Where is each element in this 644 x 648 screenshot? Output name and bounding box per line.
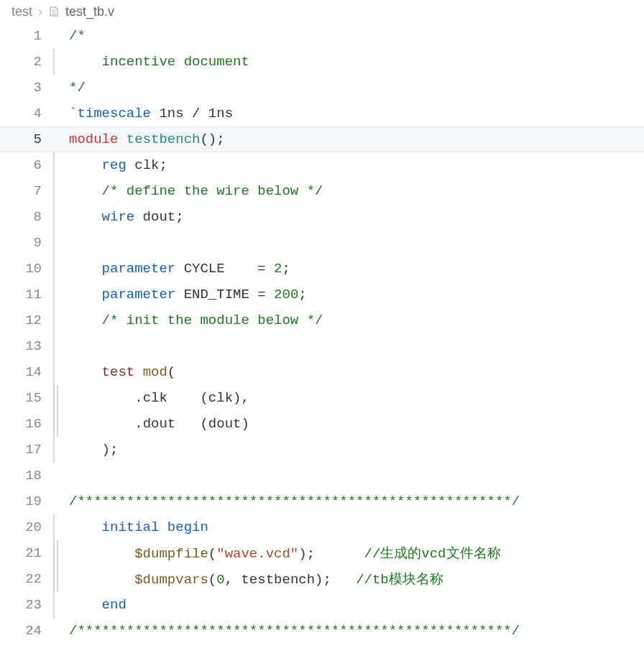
code-line[interactable]: 17 ); xyxy=(0,437,644,463)
line-number: 13 xyxy=(0,338,53,354)
line-number: 15 xyxy=(0,390,53,406)
indent-guide xyxy=(53,359,69,385)
code-content[interactable]: end xyxy=(69,597,644,613)
file-icon xyxy=(48,6,60,17)
code-content[interactable]: reg clk; xyxy=(69,157,644,173)
code-line[interactable]: 4`timescale 1ns / 1ns xyxy=(0,101,644,126)
code-line[interactable]: 16 .dout (dout) xyxy=(0,411,644,437)
code-content[interactable]: `timescale 1ns / 1ns xyxy=(69,106,644,121)
line-number: 3 xyxy=(0,80,53,96)
code-line[interactable]: 24/*************************************… xyxy=(0,618,644,644)
line-number: 14 xyxy=(0,364,53,380)
line-number: 2 xyxy=(0,54,53,70)
indent-guide xyxy=(53,333,69,359)
code-line[interactable]: 20 initial begin xyxy=(0,514,644,540)
code-content[interactable]: .dout (dout) xyxy=(69,416,644,432)
indent-guide xyxy=(53,307,69,333)
code-content[interactable]: incentive document xyxy=(69,54,644,70)
indent-guide xyxy=(53,230,69,256)
line-number: 17 xyxy=(0,442,53,458)
code-line[interactable]: 2 incentive document xyxy=(0,49,644,75)
code-content[interactable]: parameter END_TIME = 200; xyxy=(69,287,644,302)
code-content[interactable]: .clk (clk), xyxy=(69,390,644,406)
line-number: 5 xyxy=(0,131,53,147)
breadcrumb-folder[interactable]: test xyxy=(12,4,32,19)
code-content[interactable]: /* define the wire below */ xyxy=(69,183,644,199)
line-number: 19 xyxy=(0,494,53,509)
code-line[interactable]: 18 xyxy=(0,463,644,489)
line-number: 4 xyxy=(0,106,53,121)
breadcrumb-separator-icon: › xyxy=(38,4,42,19)
code-line[interactable]: 6 reg clk; xyxy=(0,152,644,178)
line-number: 6 xyxy=(0,157,53,173)
code-content[interactable]: wire dout; xyxy=(69,209,644,225)
code-line[interactable]: 13 xyxy=(0,333,644,359)
indent-guide xyxy=(53,178,69,204)
code-line[interactable]: 14 test mod( xyxy=(0,359,644,385)
line-number: 9 xyxy=(0,235,53,251)
code-content[interactable]: */ xyxy=(69,80,644,96)
code-content[interactable]: $dumpfile("wave.vcd"); //生成的vcd文件名称 xyxy=(69,544,644,563)
code-line[interactable]: 12 /* init the module below */ xyxy=(0,307,644,333)
indent-guide xyxy=(53,514,69,540)
code-line[interactable]: 11 parameter END_TIME = 200; xyxy=(0,282,644,307)
indent-guide xyxy=(53,256,69,282)
code-content[interactable]: parameter CYCLE = 2; xyxy=(69,261,644,277)
line-number: 7 xyxy=(0,183,53,199)
breadcrumb[interactable]: test › test_tb.v xyxy=(0,0,644,23)
line-number: 23 xyxy=(0,597,53,613)
code-content[interactable]: test mod( xyxy=(69,364,644,380)
code-line[interactable]: 7 /* define the wire below */ xyxy=(0,178,644,204)
code-content[interactable]: /* init the module below */ xyxy=(69,313,644,328)
indent-guide xyxy=(53,204,69,230)
line-number: 22 xyxy=(0,571,53,587)
code-line[interactable]: 1/* xyxy=(0,23,644,49)
code-content[interactable]: $dumpvars(0, testbench); //tb模块名称 xyxy=(69,570,644,588)
line-number: 21 xyxy=(0,545,53,561)
line-number: 16 xyxy=(0,416,53,432)
indent-guide xyxy=(53,282,69,307)
code-content[interactable]: /* xyxy=(69,28,644,44)
line-number: 12 xyxy=(0,313,53,328)
code-line[interactable]: 21 $dumpfile("wave.vcd"); //生成的vcd文件名称 xyxy=(0,540,644,566)
line-number: 18 xyxy=(0,468,53,483)
code-content[interactable]: /***************************************… xyxy=(69,623,644,639)
code-content[interactable]: module testbench(); xyxy=(69,131,644,147)
indent-guide xyxy=(53,566,69,592)
indent-guide xyxy=(53,411,69,437)
indent-guide xyxy=(53,152,69,178)
breadcrumb-file[interactable]: test_tb.v xyxy=(65,4,114,19)
line-number: 11 xyxy=(0,287,53,302)
code-line[interactable]: 23 end xyxy=(0,592,644,618)
code-line[interactable]: 9 xyxy=(0,230,644,256)
indent-guide xyxy=(53,385,69,411)
indent-guide xyxy=(53,592,69,618)
code-line[interactable]: 19/*************************************… xyxy=(0,489,644,514)
code-line[interactable]: 3*/ xyxy=(0,75,644,101)
indent-guide xyxy=(53,49,69,75)
indent-guide xyxy=(53,540,69,566)
code-line[interactable]: 5module testbench(); xyxy=(0,126,644,152)
code-line[interactable]: 10 parameter CYCLE = 2; xyxy=(0,256,644,282)
code-line[interactable]: 8 wire dout; xyxy=(0,204,644,230)
code-content[interactable]: initial begin xyxy=(69,519,644,535)
code-line[interactable]: 15 .clk (clk), xyxy=(0,385,644,411)
code-editor[interactable]: 1/*2 incentive document3*/4`timescale 1n… xyxy=(0,23,644,644)
line-number: 20 xyxy=(0,519,53,535)
line-number: 1 xyxy=(0,28,53,44)
code-line[interactable]: 22 $dumpvars(0, testbench); //tb模块名称 xyxy=(0,566,644,592)
code-content[interactable]: /***************************************… xyxy=(69,494,644,509)
line-number: 10 xyxy=(0,261,53,277)
code-content[interactable]: ); xyxy=(69,442,644,458)
line-number: 24 xyxy=(0,623,53,639)
line-number: 8 xyxy=(0,209,53,225)
indent-guide xyxy=(53,437,69,463)
